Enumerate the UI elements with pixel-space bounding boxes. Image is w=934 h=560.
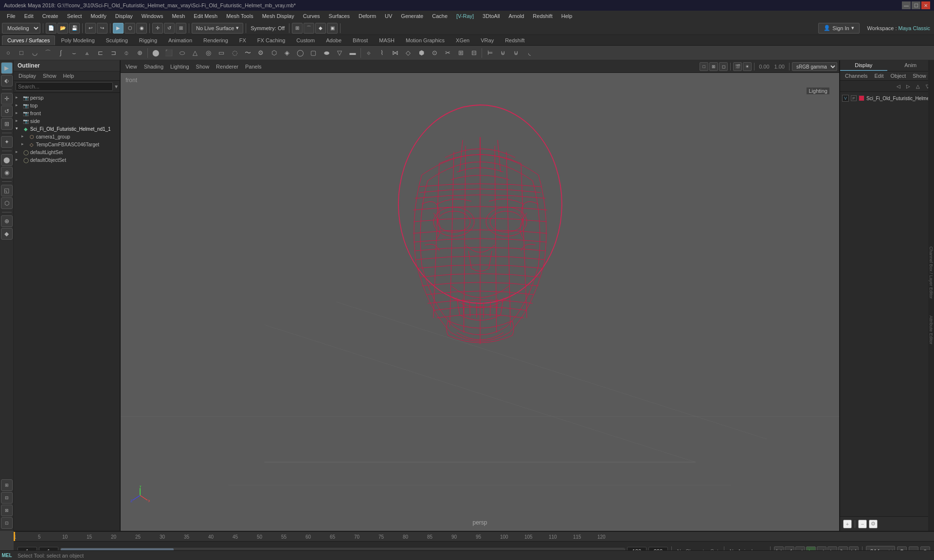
rbs-btn-1[interactable]: + bbox=[843, 520, 852, 528]
vp-menu-panels[interactable]: Panels bbox=[242, 63, 265, 70]
sel-type-btn5[interactable]: ⌽ bbox=[120, 47, 133, 59]
tab-vray[interactable]: VRay bbox=[475, 35, 499, 45]
extrude-btn[interactable]: ⟐ bbox=[362, 47, 375, 59]
sel-type-btn6[interactable]: ⊕ bbox=[133, 47, 146, 59]
cylinder-btn[interactable]: ⬭ bbox=[176, 47, 188, 59]
torus-btn[interactable]: ◎ bbox=[202, 47, 215, 59]
vp-render-icon-btn[interactable]: 🎬 bbox=[733, 62, 742, 71]
tab-curves-surfaces[interactable]: Curves / Surfaces bbox=[2, 35, 55, 45]
channel-box-label[interactable]: Channel Box / Layer Editor bbox=[929, 246, 934, 299]
tree-item-helmet[interactable]: ▾ ◆ Sci_Fi_Old_Futuristic_Helmet_nd1_1 bbox=[14, 125, 120, 133]
show-menu[interactable]: Show bbox=[910, 72, 929, 79]
rbs-btn-2[interactable]: − bbox=[858, 520, 867, 528]
menu-mesh-display[interactable]: Mesh Display bbox=[258, 12, 298, 20]
move-tool-btn[interactable]: ✛ bbox=[1, 93, 13, 105]
paint-select-btn[interactable]: ⬖ bbox=[1, 75, 13, 87]
vp-menu-lighting[interactable]: Lighting bbox=[167, 63, 192, 70]
smooth-btn[interactable]: ◟ bbox=[523, 47, 536, 59]
menu-mesh[interactable]: Mesh bbox=[168, 12, 189, 20]
multi-cut-btn[interactable]: ✂ bbox=[441, 47, 454, 59]
minimize-button[interactable]: — bbox=[902, 1, 911, 9]
tree-item-front[interactable]: ▸ 📷 front bbox=[14, 109, 120, 117]
select-surface-btn[interactable]: ⌣ bbox=[68, 47, 80, 59]
menu-vray[interactable]: [V-Ray] bbox=[452, 12, 478, 20]
quick-layout-btn2[interactable]: ⊟ bbox=[1, 492, 13, 504]
menu-arnold[interactable]: Arnold bbox=[505, 12, 528, 20]
offset-loop-btn[interactable]: ⊟ bbox=[467, 47, 480, 59]
pipe-btn[interactable]: ◌ bbox=[228, 47, 241, 59]
rbs-btn-3[interactable]: ⚙ bbox=[869, 520, 878, 528]
move-btn[interactable]: ✛ bbox=[152, 23, 163, 34]
maximize-button[interactable]: ☐ bbox=[912, 1, 920, 9]
insert-loop-btn[interactable]: ⊞ bbox=[454, 47, 467, 59]
chamfer-btn[interactable]: ⬢ bbox=[415, 47, 428, 59]
menu-display[interactable]: Display bbox=[111, 12, 137, 20]
scale-btn[interactable]: ⊞ bbox=[176, 23, 186, 34]
channels-menu[interactable]: Channels bbox=[842, 72, 870, 79]
tab-animation[interactable]: Animation bbox=[163, 35, 198, 45]
helix-btn[interactable]: 〜 bbox=[241, 47, 254, 59]
select-edge-btn[interactable]: □ bbox=[15, 47, 28, 59]
rotate-tool-btn[interactable]: ↺ bbox=[1, 105, 13, 117]
show-manip-btn[interactable]: ✦ bbox=[1, 136, 13, 148]
scale-tool-btn[interactable]: ⊞ bbox=[1, 118, 13, 130]
plane-btn[interactable]: ▭ bbox=[215, 47, 228, 59]
viewport-canvas[interactable]: persp front Lighting X Y Z bbox=[121, 73, 839, 531]
select-uv-btn[interactable]: ⌒ bbox=[41, 47, 54, 59]
quick-layout-btn3[interactable]: ⊠ bbox=[1, 505, 13, 516]
select-vertex-btn[interactable]: ○ bbox=[2, 47, 15, 59]
sign-in-button[interactable]: 👤 Sign In ▾ bbox=[818, 23, 859, 34]
snap-grid-btn[interactable]: ⊞ bbox=[292, 23, 303, 34]
menu-redshift[interactable]: Redshift bbox=[529, 12, 556, 20]
select-tool-btn[interactable]: ▶ bbox=[113, 23, 124, 34]
tab-poly-modeling[interactable]: Poly Modeling bbox=[55, 35, 100, 45]
vp-mode-btn[interactable]: ⊞ bbox=[709, 62, 718, 71]
render-btn[interactable]: ⬡ bbox=[1, 197, 13, 209]
loop-btn[interactable]: ⊙ bbox=[428, 47, 441, 59]
view-btn[interactable]: ◱ bbox=[1, 185, 13, 196]
sel-type-btn3[interactable]: ⊏ bbox=[94, 47, 107, 59]
sel-type-btn4[interactable]: ⊐ bbox=[107, 47, 120, 59]
layer-visibility-checkbox[interactable]: V bbox=[842, 95, 849, 102]
tab-adobe[interactable]: Adobe bbox=[321, 35, 347, 45]
edit-menu[interactable]: Edit bbox=[871, 72, 886, 79]
tab-custom[interactable]: Custom bbox=[291, 35, 320, 45]
separate-btn[interactable]: ⊍ bbox=[510, 47, 522, 59]
menu-cache[interactable]: Cache bbox=[428, 12, 451, 20]
timeline-ruler[interactable]: 1 5 10 15 20 25 30 35 40 45 50 55 60 65 … bbox=[14, 532, 934, 542]
nurbs-cone-btn[interactable]: ▽ bbox=[333, 47, 346, 59]
tab-rendering[interactable]: Rendering bbox=[198, 35, 234, 45]
tree-item-camera-group[interactable]: ▸ ⬡ camera1_group bbox=[14, 133, 120, 140]
tab-rigging[interactable]: Rigging bbox=[134, 35, 162, 45]
live-surface-dropdown[interactable]: No Live Surface ▾ bbox=[192, 23, 243, 34]
cube-btn[interactable]: ⬛ bbox=[162, 47, 175, 59]
tab-sculpting[interactable]: Sculpting bbox=[101, 35, 133, 45]
layer-row[interactable]: V P Sci_Fi_Old_Futuristic_Helmet bbox=[842, 94, 932, 103]
select-face-btn[interactable]: ◡ bbox=[28, 47, 41, 59]
rotate-btn[interactable]: ↺ bbox=[164, 23, 175, 34]
vp-cam-select-btn[interactable]: □ bbox=[700, 62, 708, 71]
menu-mesh-tools[interactable]: Mesh Tools bbox=[222, 12, 257, 20]
right-tab-display[interactable]: Display bbox=[840, 60, 887, 71]
snap-view-btn[interactable]: ▣ bbox=[327, 23, 338, 34]
tree-item-persp[interactable]: ▸ 📷 persp bbox=[14, 94, 120, 102]
vp-light-btn[interactable]: ☀ bbox=[743, 62, 752, 71]
snap-curve-btn[interactable]: ⌒ bbox=[304, 23, 314, 34]
tree-item-lightset[interactable]: ▸ ◯ defaultLightSet bbox=[14, 148, 120, 156]
outliner-show-menu[interactable]: Show bbox=[40, 72, 59, 79]
menu-deform[interactable]: Deform bbox=[355, 12, 380, 20]
undo-btn[interactable]: ↩ bbox=[85, 23, 96, 34]
paint-btn[interactable]: ◉ bbox=[136, 23, 147, 34]
combine-btn[interactable]: ⊌ bbox=[497, 47, 509, 59]
menu-create[interactable]: Create bbox=[38, 12, 62, 20]
outliner-display-menu[interactable]: Display bbox=[16, 72, 39, 79]
lasso-btn[interactable]: ⬡ bbox=[125, 23, 135, 34]
menu-uv[interactable]: UV bbox=[381, 12, 396, 20]
redo-btn[interactable]: ↪ bbox=[97, 23, 108, 34]
bridge-btn[interactable]: ⌇ bbox=[376, 47, 388, 59]
menu-surfaces[interactable]: Surfaces bbox=[325, 12, 354, 20]
snap-point-btn[interactable]: ◆ bbox=[315, 23, 326, 34]
modeling-dropdown[interactable]: Modeling bbox=[2, 23, 40, 34]
rp-icon-right[interactable]: ▷ bbox=[904, 82, 913, 90]
right-tab-anim[interactable]: Anim bbox=[887, 60, 934, 71]
